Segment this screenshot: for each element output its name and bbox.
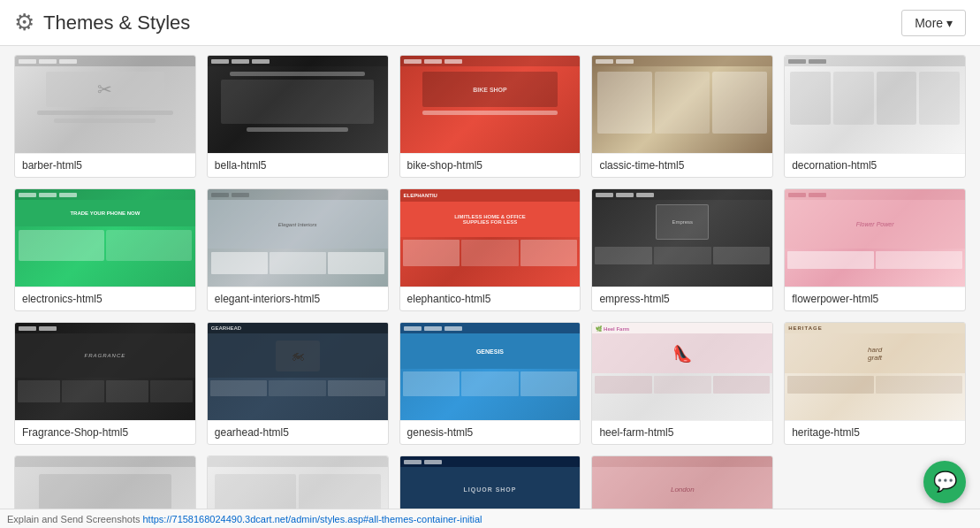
theme-card[interactable]: BIKE SHOP bike-shop-html5 [399, 55, 581, 178]
theme-card[interactable]: FRAGRANCE Fragrance-Shop-html5 [14, 322, 196, 445]
theme-thumbnail: GEARHEAD 🏍 [208, 323, 388, 420]
theme-card[interactable]: 🌿 Heel Farm 👠 heel-farm-html5 [591, 322, 773, 445]
themes-content: ✂ barber-html5 [0, 46, 980, 528]
theme-name: gearhead-html5 [208, 420, 388, 444]
theme-thumbnail [592, 56, 772, 153]
theme-card[interactable]: ✂ barber-html5 [14, 55, 196, 178]
theme-thumbnail: Elegant Interiors [208, 189, 388, 287]
theme-name: electronics-html5 [15, 287, 195, 310]
theme-thumbnail: 🌿 Heel Farm 👠 [592, 323, 772, 420]
status-label: Explain and Send Screenshots [7, 514, 140, 524]
theme-name: empress-html5 [592, 287, 772, 310]
themes-grid: ✂ barber-html5 [14, 55, 966, 528]
theme-name: heritage-html5 [785, 420, 965, 444]
theme-card[interactable]: Elegant Interiors elegant-interiors-html… [207, 188, 389, 311]
theme-card[interactable]: Empress empress-html5 [591, 188, 773, 311]
theme-name: elegant-interiors-html5 [208, 287, 388, 310]
theme-thumbnail: HERITAGE hardgraft [785, 323, 965, 420]
theme-name: classic-time-html5 [592, 153, 772, 177]
status-url: https://7158168024490.3dcart.net/admin/s… [143, 514, 482, 524]
page-title: Themes & Styles [43, 11, 190, 34]
theme-name: bella-html5 [208, 153, 388, 177]
theme-card[interactable]: classic-time-html5 [591, 55, 773, 178]
theme-card[interactable]: decornation-html5 [784, 55, 966, 178]
theme-thumbnail [785, 56, 965, 153]
chat-button[interactable]: 💬 [923, 461, 966, 503]
theme-name: flowerpower-html5 [785, 287, 965, 310]
header-left: ⚙ Themes & Styles [14, 9, 190, 36]
theme-card[interactable]: HERITAGE hardgraft heritage-html5 [784, 322, 966, 445]
theme-card[interactable]: bella-html5 [207, 55, 389, 178]
chat-icon: 💬 [933, 471, 957, 494]
theme-thumbnail: GENESIS [400, 323, 581, 420]
theme-thumbnail: ✂ [15, 56, 195, 153]
theme-name: genesis-html5 [400, 420, 581, 444]
theme-thumbnail: TRADE YOUR PHONE NOW [15, 189, 195, 287]
theme-thumbnail: ELEPHANTIU LIMITLESS HOME & OFFICESUPPLI… [400, 189, 581, 287]
theme-card[interactable]: GENESIS genesis-html5 [399, 322, 581, 445]
theme-thumbnail: Flower Power [785, 189, 965, 287]
theme-name: heel-farm-html5 [592, 420, 772, 444]
theme-card[interactable]: GEARHEAD 🏍 gearhead-html5 [207, 322, 389, 445]
theme-card[interactable]: TRADE YOUR PHONE NOW electronics-html5 [14, 188, 196, 311]
theme-thumbnail: BIKE SHOP [400, 56, 581, 153]
theme-thumbnail: Empress [592, 189, 772, 287]
gear-icon: ⚙ [14, 9, 34, 36]
theme-name: barber-html5 [15, 153, 195, 177]
theme-thumbnail: FRAGRANCE [15, 323, 195, 420]
theme-name: bike-shop-html5 [400, 153, 581, 177]
theme-card[interactable]: ELEPHANTIU LIMITLESS HOME & OFFICESUPPLI… [399, 188, 581, 311]
more-button[interactable]: More ▾ [901, 10, 966, 36]
theme-name: Fragrance-Shop-html5 [15, 420, 195, 444]
theme-thumbnail [208, 56, 388, 153]
status-bar: Explain and Send Screenshots https://715… [0, 509, 980, 528]
theme-card[interactable]: Flower Power flowerpower-html5 [784, 188, 966, 311]
theme-name: elephantico-html5 [400, 287, 581, 310]
theme-name: decornation-html5 [785, 153, 965, 177]
page-header: ⚙ Themes & Styles More ▾ [0, 0, 980, 46]
